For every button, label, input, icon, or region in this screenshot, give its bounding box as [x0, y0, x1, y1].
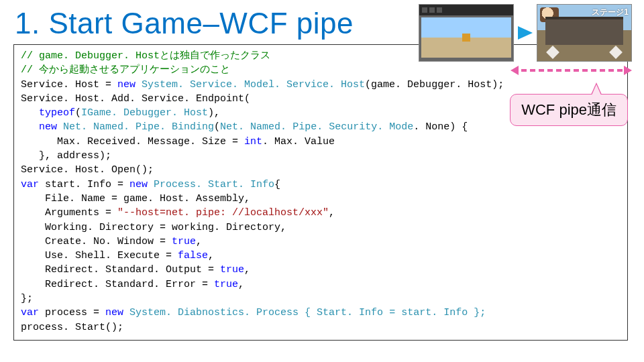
code-comment: // 今から起動させるアプリケーションのこと: [21, 64, 230, 76]
code-box: // game. Debugger. Hostとは独自で作ったクラス // 今か…: [13, 44, 628, 341]
code-type: Net. Named. Pipe. Binding: [63, 121, 214, 133]
editor-toolbar: [419, 5, 513, 15]
code-text: ,: [244, 264, 250, 276]
code-keyword: var: [21, 179, 39, 190]
arrow-right-head-icon: [624, 66, 632, 75]
code-keyword: true: [220, 264, 244, 276]
code-keyword: true: [214, 279, 238, 290]
code-text: }, address);: [21, 150, 111, 162]
code-text: . None) {: [413, 121, 468, 133]
code-comment: // game. Debugger. Hostとは独自で作ったクラス: [21, 50, 270, 62]
code-keyword: var: [21, 307, 39, 318]
game-left-control-icon: [546, 46, 559, 59]
code-type: Net. Named. Pipe. Security. Mode: [220, 121, 413, 133]
code-keyword: true: [172, 236, 196, 247]
code-text: ,: [238, 279, 244, 290]
code-keyword: int: [244, 136, 262, 147]
arrow-left-head-icon: [511, 66, 519, 75]
code-keyword: new: [117, 79, 136, 90]
code-text: (: [214, 121, 220, 133]
slide-root: 1. Start Game–WCF pipe ステージ1 WCF pipe通信 …: [0, 0, 644, 362]
code-text: (: [75, 107, 81, 119]
code-text: Arguments =: [21, 207, 117, 219]
code-text: Service. Host =: [21, 79, 117, 90]
code-text: [57, 121, 63, 133]
code-text: ),: [208, 107, 220, 119]
thumbnail-row: ステージ1: [419, 4, 632, 62]
code-text: ,: [208, 250, 214, 261]
editor-viewport: [421, 17, 511, 58]
code-type: System. Service. Model. Service. Host: [136, 79, 365, 90]
code-text: Service. Host. Add. Service. Endpoint(: [21, 93, 250, 105]
game-thumbnail: ステージ1: [537, 4, 632, 62]
code-text: };: [21, 293, 33, 304]
code-keyword: new: [105, 307, 123, 318]
game-right-control-icon: [609, 46, 623, 59]
code-keyword: new: [129, 179, 148, 190]
code-text: [21, 121, 39, 133]
code-text: [148, 179, 154, 190]
code-text: Working. Directory = working. Directory,: [21, 222, 286, 233]
code-text: ,: [196, 236, 202, 247]
callout-label: WCF pipe通信: [521, 101, 616, 118]
arrow-right-icon: [518, 26, 533, 40]
code-listing: // game. Debugger. Hostとは独自で作ったクラス // 今か…: [21, 49, 621, 335]
code-text: Service. Host. Open();: [21, 164, 154, 176]
code-type: IGame. Debugger. Host: [81, 107, 208, 119]
code-text: Redirect. Standard. Error =: [21, 279, 214, 290]
code-text: Max. Received. Message. Size =: [21, 136, 244, 147]
code-keyword: new: [39, 121, 57, 133]
code-text: File. Name = game. Host. Assembly,: [21, 193, 250, 204]
code-type: Process. Start. Info: [154, 179, 274, 190]
code-text: [21, 107, 39, 119]
wcf-pipe-arrow: [511, 66, 632, 75]
code-text: process =: [39, 307, 105, 318]
code-text: {: [274, 179, 280, 190]
game-building: [545, 17, 623, 45]
dashed-line-icon: [521, 69, 623, 72]
code-keyword: false: [178, 250, 208, 261]
code-text: Use. Shell. Execute =: [21, 250, 178, 261]
code-keyword: typeof: [39, 107, 75, 119]
code-text: ,: [329, 207, 335, 219]
code-string: "--host=net. pipe: //localhost/xxx": [117, 207, 329, 219]
code-text: process. Start();: [21, 322, 123, 333]
wcf-pipe-callout: WCF pipe通信: [510, 94, 628, 126]
code-text: Create. No. Window =: [21, 236, 172, 247]
code-type: System. Diabnostics. Process { Start. In…: [123, 307, 486, 318]
code-text: start. Info =: [39, 179, 129, 190]
editor-thumbnail: [419, 4, 514, 62]
code-text: (game. Debugger. Host);: [365, 79, 504, 90]
code-text: Redirect. Standard. Output =: [21, 264, 220, 276]
code-text: . Max. Value: [262, 136, 335, 147]
